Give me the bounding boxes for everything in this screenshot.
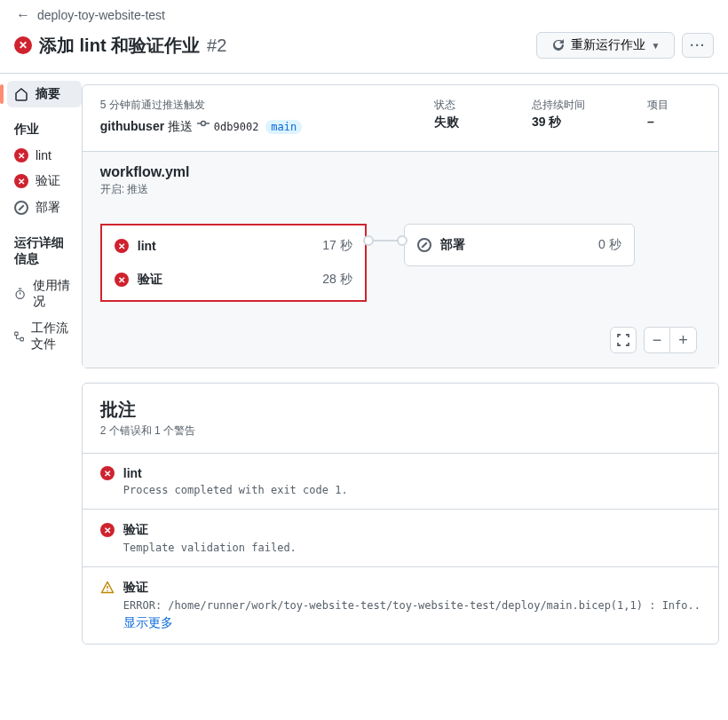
sidebar-item-summary[interactable]: 摘要 xyxy=(7,81,82,107)
job-card-group: lint 17 秒 验证 28 秒 xyxy=(100,224,367,302)
sidebar-item-label: 部署 xyxy=(36,200,60,216)
back-arrow-icon[interactable]: ← xyxy=(16,7,30,23)
annotations-subtitle: 2 个错误和 1 个警告 xyxy=(100,423,700,439)
job-node-lint[interactable]: lint 17 秒 xyxy=(102,229,365,263)
sidebar-item-label: lint xyxy=(36,148,51,162)
artifacts-label: 项目 xyxy=(647,98,700,113)
sidebar-item-lint[interactable]: lint xyxy=(7,143,82,168)
status-fail-icon xyxy=(14,148,28,162)
annotation-title[interactable]: lint xyxy=(123,466,142,480)
status-fail-icon xyxy=(14,36,32,54)
annotation-message: ERROR: /home/runner/work/toy-website-tes… xyxy=(123,599,700,612)
trigger-label: 5 分钟前通过推送触发 xyxy=(100,98,302,113)
sidebar-item-label: 验证 xyxy=(36,173,60,189)
kebab-menu-button[interactable]: ··· xyxy=(682,33,714,58)
sidebar-item-usage[interactable]: 使用情况 xyxy=(7,273,82,315)
sidebar-item-workflow-file[interactable]: 工作流文件 xyxy=(7,315,82,358)
status-skip-icon xyxy=(417,238,431,252)
back-link[interactable]: deploy-toy-website-test xyxy=(37,8,165,22)
workflow-trigger: 开启: 推送 xyxy=(100,182,700,197)
sidebar: 摘要 作业 lint 验证 部署 运行详细信息 使用情况 工作流文件 xyxy=(0,74,82,655)
annotation-message: Process completed with exit code 1. xyxy=(123,484,700,496)
status-fail-icon xyxy=(115,239,129,253)
annotation-item: 验证 Template validation failed. xyxy=(83,509,718,566)
svg-point-4 xyxy=(107,590,108,592)
workflow-icon xyxy=(14,329,24,344)
job-node-deploy[interactable]: 部署 0 秒 xyxy=(405,228,634,262)
page-title: 添加 lint 和验证作业 xyxy=(39,34,200,58)
status-skip-icon xyxy=(14,201,28,215)
job-duration: 28 秒 xyxy=(322,272,352,288)
stopwatch-icon xyxy=(14,287,26,301)
annotation-title[interactable]: 验证 xyxy=(123,580,148,596)
show-more-link[interactable]: 显示更多 xyxy=(123,615,700,631)
branch-tag[interactable]: main xyxy=(265,120,302,134)
job-duration: 0 秒 xyxy=(598,237,621,253)
status-fail-icon xyxy=(14,174,28,188)
status-fail-icon xyxy=(115,273,129,287)
zoom-out-button[interactable]: − xyxy=(644,327,670,353)
status-fail-icon xyxy=(100,466,115,480)
refresh-icon xyxy=(551,38,566,52)
zoom-in-button[interactable]: + xyxy=(670,327,697,353)
annotation-title[interactable]: 验证 xyxy=(123,522,148,538)
sidebar-item-label: 工作流文件 xyxy=(31,320,75,352)
kebab-icon: ··· xyxy=(690,38,706,52)
sidebar-jobs-heading: 作业 xyxy=(7,107,82,143)
summary-panel: 5 分钟前通过推送触发 githubuser 推送 0db9002 main xyxy=(82,84,719,368)
workflow-filename: workflow.yml xyxy=(100,164,700,180)
annotation-item: lint Process completed with exit code 1. xyxy=(83,453,718,509)
artifacts-value: – xyxy=(647,115,700,129)
rerun-button[interactable]: 重新运行作业 ▼ xyxy=(536,32,675,59)
page-header: 添加 lint 和验证作业 #2 重新运行作业 ▼ ··· xyxy=(0,27,728,74)
job-duration: 17 秒 xyxy=(322,238,352,254)
caret-down-icon: ▼ xyxy=(651,41,660,51)
svg-rect-2 xyxy=(20,337,23,340)
sidebar-item-deploy[interactable]: 部署 xyxy=(7,194,82,221)
trigger-user[interactable]: githubuser xyxy=(100,119,164,133)
sidebar-item-label: 使用情况 xyxy=(33,278,75,310)
annotation-item: 验证 ERROR: /home/runner/work/toy-website-… xyxy=(83,566,718,644)
home-icon xyxy=(14,87,28,101)
status-value: 失败 xyxy=(434,115,532,131)
job-node-validate[interactable]: 验证 28 秒 xyxy=(102,263,365,297)
duration-label: 总持续时间 xyxy=(532,98,647,113)
svg-rect-1 xyxy=(15,332,18,335)
sidebar-details-heading: 运行详细信息 xyxy=(7,221,82,273)
status-label: 状态 xyxy=(434,98,532,113)
workflow-graph-panel: workflow.yml 开启: 推送 lint 17 秒 验证 28 秒 xyxy=(83,152,718,368)
job-name: 验证 xyxy=(138,272,323,288)
trigger-action: 推送 xyxy=(168,119,193,133)
annotation-message: Template validation failed. xyxy=(123,542,700,554)
job-card: 部署 0 秒 xyxy=(404,224,635,266)
fullscreen-icon xyxy=(617,334,629,346)
job-name: lint xyxy=(138,239,323,253)
sidebar-item-label: 摘要 xyxy=(36,86,60,102)
annotations-title: 批注 xyxy=(100,398,700,422)
run-number: #2 xyxy=(207,36,226,56)
status-warning-icon xyxy=(100,581,115,595)
svg-point-3 xyxy=(201,122,205,126)
commit-icon xyxy=(196,116,210,131)
duration-value: 39 秒 xyxy=(532,115,647,131)
sidebar-item-validate[interactable]: 验证 xyxy=(7,168,82,194)
annotations-panel: 批注 2 个错误和 1 个警告 lint Process completed w… xyxy=(82,383,719,645)
job-name: 部署 xyxy=(440,237,598,253)
commit-sha[interactable]: 0db9002 xyxy=(214,121,259,133)
graph-connector xyxy=(367,240,404,241)
status-fail-icon xyxy=(100,523,115,537)
fullscreen-button[interactable] xyxy=(610,327,637,353)
